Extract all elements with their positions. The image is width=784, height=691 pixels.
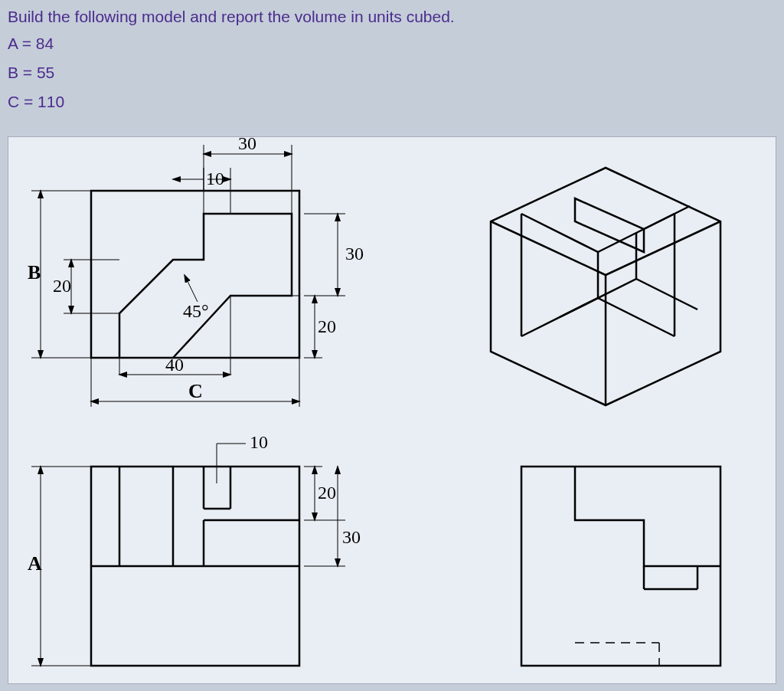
dim-right-30: 30	[345, 244, 364, 264]
svg-line-56	[606, 221, 720, 275]
dim-B: B	[28, 261, 41, 283]
param-A: A = 84	[8, 29, 784, 58]
svg-line-19	[185, 275, 198, 302]
param-C: C = 110	[8, 87, 784, 116]
dim-A: A	[28, 552, 42, 575]
side-view	[521, 467, 720, 666]
dim-mid-10: 10	[250, 432, 268, 452]
parameters-block: A = 84 B = 55 C = 110	[0, 29, 784, 116]
dim-angle-45: 45°	[183, 301, 209, 321]
svg-line-58	[644, 206, 690, 229]
dim-top-30: 30	[238, 137, 256, 153]
dim-left-20: 20	[53, 276, 71, 296]
dim-C: C	[188, 380, 203, 402]
dim-lower-20: 20	[318, 483, 336, 503]
page: Build the following model and report the…	[0, 0, 784, 691]
dim-right-20: 20	[318, 316, 336, 336]
dim-top-10: 10	[206, 169, 224, 188]
top-view: 10 A 20 30	[28, 432, 361, 666]
instruction-text: Build the following model and report the…	[0, 0, 784, 29]
front-view: 30 10 B 20 45°	[28, 137, 364, 407]
drawing-area: 30 10 B 20 45°	[8, 136, 776, 684]
dim-bot-40: 40	[165, 355, 184, 375]
param-B: B = 55	[8, 58, 784, 87]
engineering-drawing: 30 10 B 20 45°	[8, 137, 777, 685]
isometric-view	[491, 168, 720, 405]
dim-lower-30: 30	[342, 527, 361, 547]
